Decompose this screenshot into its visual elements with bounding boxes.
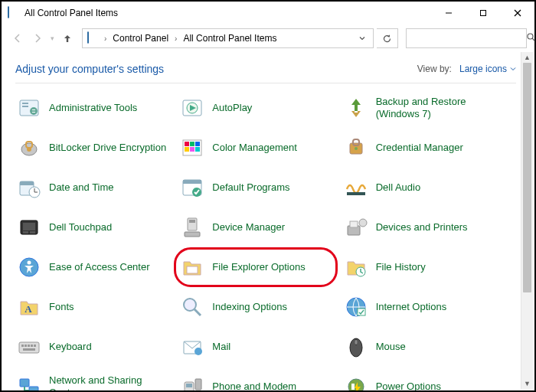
item-power-options[interactable]: Power Options [342,373,499,390]
item-dell-touchpad[interactable]: Dell Touchpad [15,214,172,241]
svg-rect-1 [480,10,485,15]
item-keyboard[interactable]: Keyboard [15,333,172,361]
arrow-up-icon [62,33,73,44]
refresh-button[interactable] [377,28,398,48]
item-date-time[interactable]: Date and Time [15,174,172,201]
search-input[interactable] [411,33,526,44]
item-label: Backup and Restore (Windows 7) [376,96,498,119]
svg-point-4 [528,34,533,39]
item-label: Date and Time [49,181,114,194]
item-color-management[interactable]: Color Management [178,134,335,162]
refresh-icon [382,34,392,44]
item-file-explorer-options[interactable]: File Explorer Options [178,253,335,281]
item-label: File History [376,261,426,273]
divider [15,83,516,83]
arrow-left-icon [12,33,23,44]
svg-line-5 [532,38,534,41]
item-devices-printers[interactable]: Devices and Printers [342,214,499,241]
window: All Control Panel Items ▾ › [0,0,536,392]
item-mail[interactable]: Mail [178,333,335,361]
nav-recent-dropdown[interactable]: ▾ [49,34,56,42]
item-device-manager[interactable]: Device Manager [178,214,335,241]
chevron-down-icon [358,34,366,42]
mouse-icon [344,335,368,359]
item-mouse[interactable]: Mouse [342,333,499,361]
close-icon [514,9,521,17]
ease-access-icon [17,255,41,279]
item-label: Default Programs [212,181,289,194]
close-button[interactable] [500,2,534,24]
scrollbar-thumb[interactable] [523,63,531,292]
mail-icon [180,335,204,359]
item-label: Mouse [376,341,406,353]
item-label: Credential Manager [376,142,463,154]
address-dropdown-button[interactable] [353,29,371,47]
item-internet-options[interactable]: Internet Options [342,293,499,321]
view-by-dropdown[interactable]: Large icons [459,64,516,74]
keyboard-icon [17,335,41,359]
item-network-sharing[interactable]: Network and Sharing Center [15,373,172,390]
item-label: Dell Audio [376,181,421,194]
maximize-button[interactable] [466,2,500,24]
item-phone-modem[interactable]: Phone and Modem [178,373,335,390]
view-by-label: View by: [417,64,452,74]
item-fonts[interactable]: Fonts [15,293,172,321]
item-label: Devices and Printers [376,221,468,234]
control-panel-icon [87,32,100,44]
titlebar: All Control Panel Items [2,2,534,24]
item-indexing-options[interactable]: Indexing Options [178,293,335,321]
window-controls [431,2,534,24]
item-label: File Explorer Options [212,261,305,273]
item-label: Keyboard [49,341,92,353]
address-bar[interactable]: › Control Panel › All Control Panel Item… [82,28,374,48]
breadcrumb-control-panel[interactable]: Control Panel [108,31,173,45]
item-autoplay[interactable]: AutoPlay [178,94,335,122]
breadcrumb-all-items[interactable]: All Control Panel Items [178,31,281,45]
credential-icon [344,136,368,160]
navigation-bar: ▾ › Control Panel › All Control Panel It… [2,24,534,52]
item-dell-audio[interactable]: Dell Audio [342,174,499,201]
scrollbar-down-arrow[interactable]: ▼ [521,378,533,389]
autoplay-icon [180,96,204,120]
arrow-right-icon [32,33,43,44]
item-administrative-tools[interactable]: Administrative Tools [15,94,172,122]
view-by-control: View by: Large icons [417,64,516,74]
bitlocker-icon [17,136,41,160]
nav-up-button[interactable] [59,30,76,47]
item-label: Phone and Modem [212,381,296,390]
item-label: Color Management [212,142,297,154]
item-ease-of-access[interactable]: Ease of Access Center [15,253,172,281]
item-label: Fonts [49,301,74,313]
item-label: Internet Options [376,301,447,313]
chevron-down-icon [510,66,516,72]
chevron-right-icon[interactable]: › [103,34,108,43]
nav-forward-button[interactable] [29,30,46,47]
device-mgr-icon [180,215,204,240]
content-area: Adjust your computer's settings View by:… [2,52,534,390]
item-credential-manager[interactable]: Credential Manager [342,134,499,162]
item-label: AutoPlay [212,102,252,114]
maximize-icon [479,9,487,17]
minimize-button[interactable] [431,2,466,24]
scrollbar-up-arrow[interactable]: ▲ [521,52,533,63]
admin-tools-icon [17,96,41,120]
dell-audio-icon [344,175,368,200]
power-icon [344,374,368,390]
minimize-icon [445,9,453,17]
vertical-scrollbar[interactable]: ▲ ▼ [521,52,533,389]
item-backup-restore[interactable]: Backup and Restore (Windows 7) [342,94,499,122]
item-bitlocker[interactable]: BitLocker Drive Encryption [15,134,172,162]
nav-back-button[interactable] [9,30,26,47]
search-box[interactable] [406,28,527,48]
fonts-icon [17,295,41,319]
touchpad-icon [17,215,41,240]
chevron-right-icon[interactable]: › [173,34,178,43]
indexing-icon [180,295,204,319]
item-file-history[interactable]: File History [342,253,499,281]
backup-icon [344,96,368,120]
item-default-programs[interactable]: Default Programs [178,174,335,201]
default-prog-icon [180,175,204,200]
item-label: Dell Touchpad [49,221,112,234]
view-by-value: Large icons [459,64,507,74]
item-label: Device Manager [212,221,285,234]
